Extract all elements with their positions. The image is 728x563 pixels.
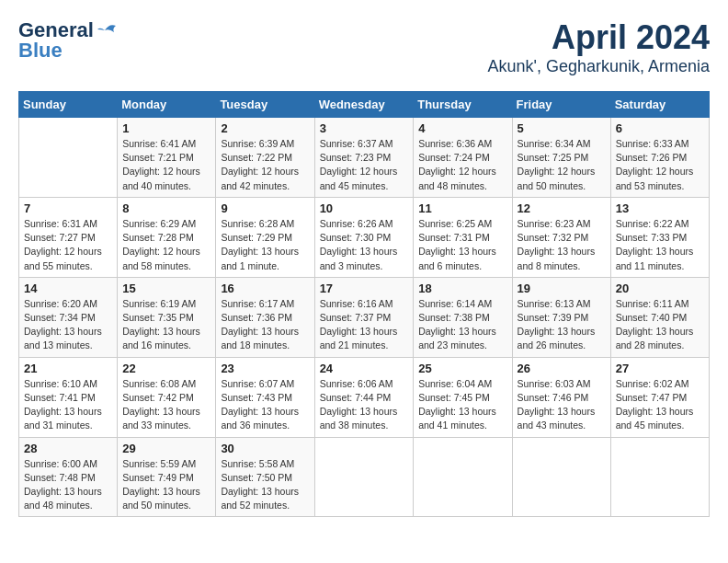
day-info: Sunrise: 6:07 AM Sunset: 7:43 PM Dayligh… [221,377,309,433]
day-info: Sunrise: 6:11 AM Sunset: 7:40 PM Dayligh… [616,297,704,353]
day-number: 17 [320,282,409,295]
page-title: April 2024 [487,18,710,57]
day-info: Sunrise: 5:58 AM Sunset: 7:50 PM Dayligh… [221,457,309,513]
calendar-cell: 1Sunrise: 6:41 AM Sunset: 7:21 PM Daylig… [118,118,216,198]
calendar-cell: 5Sunrise: 6:34 AM Sunset: 7:25 PM Daylig… [512,118,610,198]
calendar-week-row: 21Sunrise: 6:10 AM Sunset: 7:41 PM Dayli… [19,357,710,437]
calendar-cell: 29Sunrise: 5:59 AM Sunset: 7:49 PM Dayli… [118,437,216,517]
day-number: 30 [221,442,309,455]
calendar-cell: 16Sunrise: 6:17 AM Sunset: 7:36 PM Dayli… [216,277,314,357]
day-number: 2 [221,121,309,135]
calendar-cell: 6Sunrise: 6:33 AM Sunset: 7:26 PM Daylig… [610,118,709,198]
day-info: Sunrise: 6:23 AM Sunset: 7:32 PM Dayligh… [518,217,606,273]
calendar-cell [610,437,709,517]
day-number: 11 [418,201,506,215]
calendar-week-row: 1Sunrise: 6:41 AM Sunset: 7:21 PM Daylig… [19,118,710,198]
calendar-dow-tuesday: Tuesday [216,92,314,118]
day-info: Sunrise: 6:13 AM Sunset: 7:39 PM Dayligh… [518,297,606,353]
day-info: Sunrise: 6:26 AM Sunset: 7:30 PM Dayligh… [320,217,409,273]
calendar-cell: 20Sunrise: 6:11 AM Sunset: 7:40 PM Dayli… [610,277,709,357]
day-number: 23 [221,362,309,375]
day-info: Sunrise: 6:10 AM Sunset: 7:41 PM Dayligh… [24,377,112,433]
day-number: 28 [24,442,112,455]
calendar-dow-wednesday: Wednesday [314,92,414,118]
calendar-week-row: 7Sunrise: 6:31 AM Sunset: 7:27 PM Daylig… [19,197,710,277]
calendar-cell: 26Sunrise: 6:03 AM Sunset: 7:46 PM Dayli… [512,357,610,437]
day-info: Sunrise: 6:04 AM Sunset: 7:45 PM Dayligh… [418,377,506,433]
calendar-cell: 19Sunrise: 6:13 AM Sunset: 7:39 PM Dayli… [512,277,610,357]
calendar-cell: 3Sunrise: 6:37 AM Sunset: 7:23 PM Daylig… [314,118,414,198]
day-info: Sunrise: 6:20 AM Sunset: 7:34 PM Dayligh… [24,297,112,353]
day-number: 8 [122,201,210,215]
day-number: 24 [320,362,409,375]
calendar-cell: 15Sunrise: 6:19 AM Sunset: 7:35 PM Dayli… [118,277,216,357]
day-info: Sunrise: 6:37 AM Sunset: 7:23 PM Dayligh… [320,137,409,193]
day-info: Sunrise: 6:29 AM Sunset: 7:28 PM Dayligh… [122,217,210,273]
calendar-cell: 14Sunrise: 6:20 AM Sunset: 7:34 PM Dayli… [19,277,118,357]
day-info: Sunrise: 6:28 AM Sunset: 7:29 PM Dayligh… [221,217,309,273]
day-number: 13 [616,201,704,215]
day-number: 29 [122,442,210,455]
day-number: 1 [122,121,210,135]
day-number: 26 [518,362,606,375]
calendar-cell [19,118,118,198]
title-block: April 2024 Akunk', Gegharkunik, Armenia [487,18,710,76]
day-number: 3 [320,121,409,135]
day-number: 12 [518,201,606,215]
day-info: Sunrise: 6:16 AM Sunset: 7:37 PM Dayligh… [320,297,409,353]
calendar-cell: 10Sunrise: 6:26 AM Sunset: 7:30 PM Dayli… [314,197,414,277]
calendar-cell: 9Sunrise: 6:28 AM Sunset: 7:29 PM Daylig… [216,197,314,277]
day-info: Sunrise: 6:41 AM Sunset: 7:21 PM Dayligh… [122,137,210,193]
day-info: Sunrise: 6:08 AM Sunset: 7:42 PM Dayligh… [122,377,210,433]
calendar-week-row: 28Sunrise: 6:00 AM Sunset: 7:48 PM Dayli… [19,437,710,517]
calendar-cell: 12Sunrise: 6:23 AM Sunset: 7:32 PM Dayli… [512,197,610,277]
calendar-week-row: 14Sunrise: 6:20 AM Sunset: 7:34 PM Dayli… [19,277,710,357]
day-number: 14 [24,282,112,295]
day-number: 18 [418,282,506,295]
calendar-cell: 7Sunrise: 6:31 AM Sunset: 7:27 PM Daylig… [19,197,118,277]
day-number: 20 [616,282,704,295]
day-info: Sunrise: 6:25 AM Sunset: 7:31 PM Dayligh… [418,217,506,273]
calendar-cell: 8Sunrise: 6:29 AM Sunset: 7:28 PM Daylig… [118,197,216,277]
day-info: Sunrise: 6:00 AM Sunset: 7:48 PM Dayligh… [24,457,112,513]
calendar-cell: 30Sunrise: 5:58 AM Sunset: 7:50 PM Dayli… [216,437,314,517]
day-info: Sunrise: 6:06 AM Sunset: 7:44 PM Dayligh… [320,377,409,433]
calendar-cell: 27Sunrise: 6:02 AM Sunset: 7:47 PM Dayli… [610,357,709,437]
day-number: 22 [122,362,210,375]
day-info: Sunrise: 6:31 AM Sunset: 7:27 PM Dayligh… [24,217,112,273]
logo-bird-icon [96,21,123,40]
day-number: 5 [518,121,606,135]
day-info: Sunrise: 6:33 AM Sunset: 7:26 PM Dayligh… [616,137,704,193]
calendar-cell [314,437,414,517]
day-info: Sunrise: 6:03 AM Sunset: 7:46 PM Dayligh… [518,377,606,433]
day-info: Sunrise: 6:02 AM Sunset: 7:47 PM Dayligh… [616,377,704,433]
day-number: 21 [24,362,112,375]
calendar-cell: 2Sunrise: 6:39 AM Sunset: 7:22 PM Daylig… [216,118,314,198]
day-number: 16 [221,282,309,295]
calendar-cell [512,437,610,517]
calendar-cell: 4Sunrise: 6:36 AM Sunset: 7:24 PM Daylig… [414,118,512,198]
logo: General Blue [18,18,123,63]
calendar-header-row: SundayMondayTuesdayWednesdayThursdayFrid… [19,92,710,118]
calendar-cell: 18Sunrise: 6:14 AM Sunset: 7:38 PM Dayli… [414,277,512,357]
day-info: Sunrise: 6:17 AM Sunset: 7:36 PM Dayligh… [221,297,309,353]
day-info: Sunrise: 6:36 AM Sunset: 7:24 PM Dayligh… [418,137,506,193]
day-number: 7 [24,201,112,215]
calendar-table: SundayMondayTuesdayWednesdayThursdayFrid… [18,91,710,517]
calendar-dow-thursday: Thursday [414,92,512,118]
calendar-cell: 11Sunrise: 6:25 AM Sunset: 7:31 PM Dayli… [414,197,512,277]
calendar-dow-sunday: Sunday [19,92,118,118]
day-number: 27 [616,362,704,375]
day-number: 15 [122,282,210,295]
calendar-cell [414,437,512,517]
day-number: 19 [518,282,606,295]
day-info: Sunrise: 6:19 AM Sunset: 7:35 PM Dayligh… [122,297,210,353]
calendar-cell: 28Sunrise: 6:00 AM Sunset: 7:48 PM Dayli… [19,437,118,517]
day-info: Sunrise: 6:34 AM Sunset: 7:25 PM Dayligh… [518,137,606,193]
day-number: 9 [221,201,309,215]
page-subtitle: Akunk', Gegharkunik, Armenia [487,57,710,76]
day-info: Sunrise: 6:22 AM Sunset: 7:33 PM Dayligh… [616,217,704,273]
calendar-dow-saturday: Saturday [610,92,709,118]
day-info: Sunrise: 6:14 AM Sunset: 7:38 PM Dayligh… [418,297,506,353]
calendar-cell: 23Sunrise: 6:07 AM Sunset: 7:43 PM Dayli… [216,357,314,437]
